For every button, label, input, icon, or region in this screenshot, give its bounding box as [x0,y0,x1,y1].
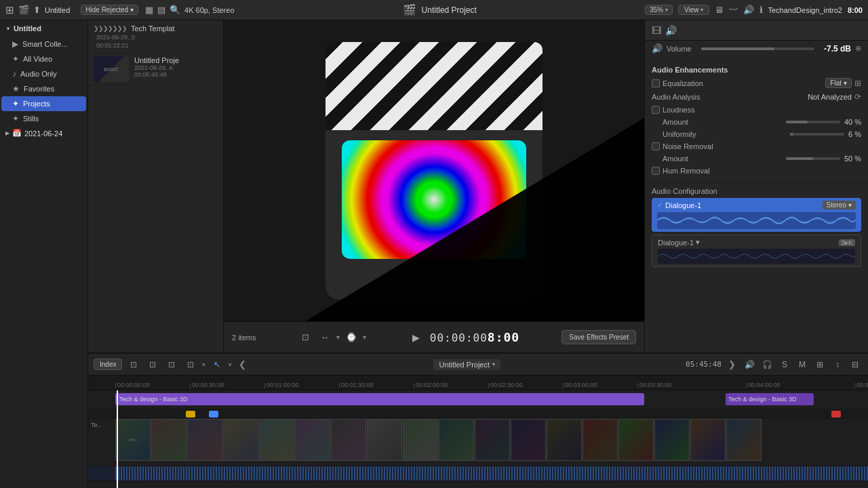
title-track-content: Tech & design - Basic 3D Tech & design -… [115,390,868,409]
sidebar-date-section[interactable]: ▶ 📅 2021-06-24 [0,126,87,139]
sidebar-item-favorites[interactable]: ★ Favorites [1,81,86,96]
browser-thumbnail: BASIC [94,56,129,82]
list-view-icon[interactable]: ▤ [157,5,165,15]
video-thumb-18 [726,419,762,461]
audio-track-tl-content[interactable] [115,466,868,481]
timecode-display: 00:00:008:00 [430,330,519,344]
audio-track-2: Dialogue-1 ▾ 2▸K [652,235,861,267]
noise-amount-fill [786,157,813,160]
tl-snap-icon[interactable]: ⊞ [812,357,827,372]
info-icon[interactable]: ℹ [760,5,763,15]
tl-audio-icon[interactable]: 🔊 [742,357,757,372]
audio-track-1: ✓ Dialogue-1 Stereo ▾ [652,198,861,232]
audio-track-1-right: Stereo ▾ [823,201,856,209]
tl-skimmer-icon[interactable]: ↕ [830,357,845,372]
sidebar-item-projects[interactable]: ✦ Projects [1,96,86,111]
noise-removal-checkbox[interactable] [652,142,660,150]
title-clip[interactable]: Tech & design - Basic 3D [115,393,644,405]
sidebar-all-video-label: All Video [23,55,52,63]
timeline-tool4-icon[interactable]: ⊡ [183,357,198,372]
uniformity-value: 6 % [848,130,861,138]
favorites-icon: ★ [12,84,20,94]
timecode-right: 8:00 [848,6,863,14]
sidebar-item-all-video[interactable]: ✦ All Video [1,52,86,66]
nav-right-icon[interactable]: ❯ [726,359,738,371]
content-area: ❯❯❯❯❯❯❯ Tech Templat 2021-06-29, 3: 00:0… [88,20,868,488]
clapper-top [326,42,542,130]
video-track-content[interactable]: IMG [115,419,868,466]
sidebar-item-stills[interactable]: ✦ Stills [1,111,86,126]
timeline-timecode: 05:45:48 [686,360,722,369]
tl-zoom-icon[interactable]: ⊟ [848,357,863,372]
nav-left-icon[interactable]: ❮ [236,359,248,371]
stereo-chevron-icon: ▾ [848,201,852,209]
grid-view-icon[interactable]: ▦ [145,5,153,15]
analyze-icon[interactable]: ⟳ [854,92,861,102]
noise-amount-slider[interactable] [786,157,840,160]
speed-tool-icon[interactable]: ⌚ [344,330,359,345]
fcpx-logo-icon: 🎬 [403,3,416,16]
view-button[interactable]: View ▾ [678,5,709,15]
equalization-value-container: Flat ▾ ⊞ [825,78,861,88]
audio-icon[interactable]: 🔊 [743,5,754,15]
marker-row [88,409,868,419]
audio-config-section: Audio Configuration ✓ Dialogue-1 Stereo [645,183,868,352]
index-button[interactable]: Index [94,359,122,370]
save-effects-button[interactable]: Save Effects Preset [561,330,636,344]
inspector-left-tools: 🎞 🔊 [652,25,677,36]
timeline-tool1-icon[interactable]: ⊡ [126,357,141,372]
tl-solo-icon[interactable]: S [777,357,792,372]
video-thumb-2 [151,419,186,461]
sidebar-library-header[interactable]: ▼ Untitled [0,20,87,37]
sidebar-item-smart-collections[interactable]: ▶ Smart Colle... [1,37,86,52]
transform-tool-icon[interactable]: ↔ [317,330,332,345]
browser-item-untitled-project[interactable]: BASIC Untitled Proje 2021-06-29, 4: 00:0… [88,54,223,85]
ruler-mark-7: 00:03:30:00 [637,375,672,390]
inspector-tool1-icon[interactable]: 🎞 [652,25,661,36]
equalization-checkbox[interactable] [652,79,660,87]
waveform-icon[interactable]: 〰 [729,5,738,15]
monitor-icon[interactable]: 🖥 [715,5,724,15]
timeline-tool3-icon[interactable]: ⊡ [164,357,179,372]
tl-headphone-icon[interactable]: 🎧 [760,357,774,372]
tl-mute-icon[interactable]: M [795,357,810,372]
sidebar: ▼ Untitled ▶ Smart Colle... ✦ All Video … [0,20,88,488]
browser-item-tech-template[interactable]: ❯❯❯❯❯❯❯ Tech Templat 2021-06-29, 3: 00:0… [88,20,223,54]
title-clip-right[interactable]: Tech & design - Basic 3D [726,393,814,405]
video-track-row: Te.. IMG [88,419,868,466]
search-icon[interactable]: 🔍 [170,5,180,15]
noise-amount-row: Amount 50 % [652,152,861,165]
sidebar-item-audio-only[interactable]: ♪ Audio Only [1,66,86,81]
inspector-tool2-icon[interactable]: 🔊 [665,25,677,36]
track2-waveform [658,249,855,264]
expand-icon[interactable]: ⊕ [855,44,861,53]
hide-rejected-filter[interactable]: Hide Rejected ▾ [81,5,138,15]
tool-chevron-icon[interactable]: ▾ [336,333,340,341]
timeline-project-chip[interactable]: Untitled Project ▾ [433,359,500,370]
tool4-chevron-icon[interactable]: ▾ [202,361,205,368]
eq-settings-icon[interactable]: ⊞ [854,79,861,88]
browser-item-info-2: Untitled Proje 2021-06-29, 4: 00:05:45:4… [134,56,218,78]
hum-removal-checkbox[interactable] [652,167,660,175]
marker-content [115,409,868,418]
track2-label: Dialogue-1 ▾ [658,238,700,247]
uniformity-slider[interactable] [790,133,844,136]
zoom-control[interactable]: 35% ▾ [645,5,673,15]
loudness-amount-slider[interactable] [786,121,840,123]
track1-check-icon[interactable]: ✓ [657,201,663,209]
equalization-dropdown[interactable]: Flat ▾ [825,78,852,88]
timeline-tool2-icon[interactable]: ⊡ [145,357,160,372]
play-button[interactable]: ▶ [408,329,425,346]
select-chevron-icon[interactable]: ▾ [229,361,232,368]
select-tool-icon[interactable]: ↖ [210,357,224,372]
playhead[interactable] [117,390,118,488]
speed-chevron-icon[interactable]: ▾ [363,333,366,341]
ruler-mark-5: 00:02:30:00 [488,375,523,390]
volume-slider[interactable] [701,47,814,50]
loudness-amount-value: 40 % [844,118,861,126]
crop-tool-icon[interactable]: ⊡ [298,330,313,345]
track1-stereo-dropdown[interactable]: Stereo ▾ [823,201,856,209]
track2-chevron-icon[interactable]: ▾ [696,238,700,247]
loudness-checkbox[interactable] [652,106,660,114]
thumb-inner: BASIC [94,56,129,82]
